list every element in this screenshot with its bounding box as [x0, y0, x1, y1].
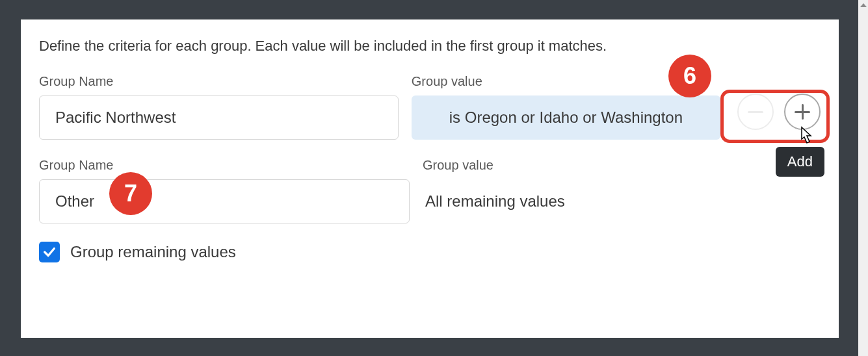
group-value-display-1[interactable]: is Oregon or Idaho or Washington [412, 95, 720, 140]
plus-icon-v [802, 104, 804, 120]
group-value-label-2: Group value [423, 158, 741, 173]
callout-badge-6: 6 [668, 55, 711, 97]
group-value-text-1: is Oregon or Idaho or Washington [449, 108, 683, 127]
group-value-col-2: Group value All remaining values [423, 158, 741, 223]
checkmark-icon [42, 245, 57, 259]
scrollbar-up-arrow-icon[interactable] [858, 0, 868, 10]
group-remaining-label: Group remaining values [70, 243, 236, 261]
group-name-label: Group Name [39, 74, 399, 89]
group-row-2: Group Name Group value All remaining val… [39, 158, 821, 223]
group-name-input-2[interactable] [39, 179, 410, 223]
group-name-input-1[interactable] [39, 95, 399, 140]
instruction-text: Define the criteria for each group. Each… [39, 38, 821, 55]
scrollbar[interactable] [858, 0, 868, 356]
group-definition-panel: Define the criteria for each group. Each… [21, 19, 839, 338]
group-remaining-checkbox[interactable] [39, 242, 60, 262]
row-actions [737, 94, 821, 130]
group-row-1: Group Name Group value is Oregon or Idah… [39, 74, 821, 140]
add-tooltip: Add [776, 147, 824, 177]
group-name-label-2: Group Name [39, 158, 410, 173]
minus-icon [748, 111, 763, 113]
remaining-values-row: Group remaining values [39, 242, 821, 262]
group-value-text-2: All remaining values [423, 179, 741, 223]
group-name-col: Group Name [39, 74, 399, 140]
add-group-button[interactable] [784, 94, 821, 130]
group-name-col-2: Group Name [39, 158, 410, 223]
callout-badge-7: 7 [109, 172, 152, 215]
remove-group-button[interactable] [737, 94, 774, 130]
